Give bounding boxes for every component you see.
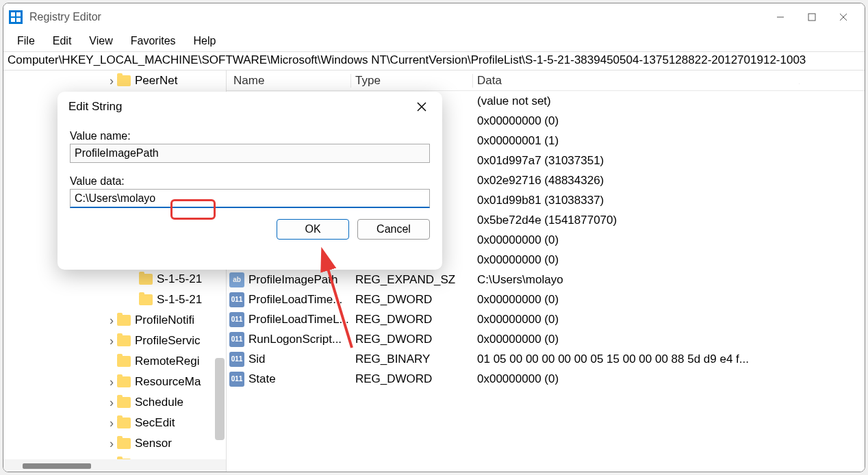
chevron-right-icon[interactable]: ›: [106, 334, 117, 348]
tree-item-label: SecEdit: [135, 416, 175, 430]
tree-scrollbar-vertical[interactable]: [215, 358, 225, 440]
dialog-titlebar: Edit String: [58, 92, 442, 122]
svg-rect-0: [11, 12, 15, 16]
value-type: REG_DWORD: [351, 293, 473, 307]
value-type: REG_EXPAND_SZ: [351, 273, 473, 287]
menu-edit[interactable]: Edit: [44, 32, 80, 50]
value-data: 0x01d99b81 (31038337): [473, 194, 865, 207]
folder-icon: [139, 274, 153, 285]
tree-item[interactable]: ›Sensor: [3, 433, 226, 454]
folder-icon: [117, 418, 131, 428]
value-row[interactable]: 011ProfileLoadTime...REG_DWORD0x00000000…: [227, 290, 865, 309]
tree-item[interactable]: S-1-5-21: [3, 290, 226, 310]
tree-item[interactable]: S-1-5-21: [3, 269, 226, 290]
minimize-button[interactable]: [765, 6, 796, 28]
maximize-button[interactable]: [796, 6, 828, 28]
tree-item[interactable]: ›ProfileServic: [3, 331, 226, 351]
svg-rect-1: [16, 12, 21, 16]
tree-item-label: Sensor: [135, 437, 172, 450]
column-type[interactable]: Type: [351, 74, 473, 88]
tree-item[interactable]: ›ResourceMa: [3, 372, 226, 392]
chevron-right-icon[interactable]: ›: [106, 416, 117, 431]
value-data: 0x00000000 (0): [473, 233, 865, 247]
ok-button[interactable]: OK: [277, 219, 349, 240]
value-name-input[interactable]: [70, 144, 430, 163]
value-row[interactable]: abProfileImagePathREG_EXPAND_SZC:\Users\…: [227, 270, 865, 290]
tree-item[interactable]: ›SecEdit: [3, 413, 226, 433]
tree-item-label: ProfileServic: [135, 334, 200, 348]
value-row[interactable]: 011RunLogonScript...REG_DWORD0x00000000 …: [227, 329, 865, 349]
value-data: C:\Users\molayo: [473, 273, 865, 287]
chevron-right-icon[interactable]: ›: [106, 313, 117, 328]
value-row[interactable]: 011StateREG_DWORD0x00000000 (0): [227, 369, 865, 389]
tree-item-label: S-1-5-21: [157, 293, 202, 307]
column-data[interactable]: Data: [473, 74, 865, 88]
value-type: REG_DWORD: [351, 372, 473, 386]
svg-rect-2: [11, 18, 15, 22]
value-data: 0x00000000 (0): [473, 372, 865, 386]
value-name: RunLogonScript...: [248, 333, 342, 346]
value-name: State: [248, 372, 276, 386]
value-name: ProfileImagePath: [248, 273, 337, 287]
value-name: Sid: [248, 352, 266, 366]
menu-file[interactable]: File: [9, 32, 43, 50]
value-data-input[interactable]: [70, 189, 430, 208]
chevron-right-icon[interactable]: ›: [106, 396, 117, 410]
tree-item[interactable]: ›Schedule: [3, 392, 226, 413]
folder-icon: [117, 376, 131, 387]
value-data: 0x02e92716 (48834326): [473, 174, 865, 188]
tree-scrollbar-horizontal-track[interactable]: [3, 459, 226, 472]
value-data: 0x00000001 (1): [473, 134, 865, 148]
chevron-right-icon[interactable]: ›: [106, 375, 117, 389]
value-data: 01 05 00 00 00 00 00 05 15 00 00 00 88 5…: [473, 352, 865, 366]
tree-scrollbar-horizontal-thumb[interactable]: [23, 463, 91, 469]
chevron-right-icon[interactable]: ›: [106, 74, 117, 88]
tree-item[interactable]: ›PeerNet: [3, 70, 226, 91]
folder-icon: [139, 294, 153, 305]
value-type: REG_BINARY: [351, 352, 473, 366]
folder-icon: [117, 315, 131, 326]
chevron-right-icon[interactable]: ›: [106, 437, 117, 451]
tree-item-label: ResourceMa: [135, 375, 201, 389]
binary-value-icon: 011: [229, 312, 244, 327]
folder-icon: [117, 335, 131, 346]
value-data: (value not set): [473, 94, 865, 108]
window-controls: [765, 6, 859, 28]
binary-value-icon: 011: [229, 352, 244, 367]
column-name[interactable]: Name: [227, 74, 351, 88]
dialog-close-button[interactable]: [412, 97, 431, 116]
value-data-label: Value data:: [70, 175, 430, 188]
menu-favorites[interactable]: Favorites: [123, 32, 184, 50]
value-data: 0x00000000 (0): [473, 333, 865, 346]
dialog-title-text: Edit String: [68, 100, 122, 114]
tree-item[interactable]: ›ProfileNotifi: [3, 310, 226, 331]
edit-string-dialog: Edit String Value name: Value data: OK C…: [58, 92, 442, 270]
menu-view[interactable]: View: [81, 32, 120, 50]
string-value-icon: ab: [229, 272, 244, 287]
values-header: Name Type Data: [227, 70, 865, 91]
binary-value-icon: 011: [229, 292, 244, 307]
value-row[interactable]: 011ProfileLoadTimeL...REG_DWORD0x0000000…: [227, 309, 865, 329]
tree-item-label: RemoteRegi: [135, 355, 200, 368]
cancel-button[interactable]: Cancel: [357, 219, 430, 240]
value-name: ProfileLoadTimeL...: [248, 313, 349, 326]
folder-icon: [117, 438, 131, 449]
binary-value-icon: 011: [229, 372, 244, 387]
svg-rect-5: [808, 14, 815, 21]
tree-item-label: Schedule: [135, 396, 183, 409]
value-row[interactable]: 011SidREG_BINARY01 05 00 00 00 00 00 05 …: [227, 349, 865, 369]
binary-value-icon: 011: [229, 332, 244, 347]
tree-item[interactable]: RemoteRegi: [3, 351, 226, 372]
menu-help[interactable]: Help: [186, 32, 225, 50]
tree-item[interactable]: ›setup: [3, 454, 226, 459]
value-type: REG_DWORD: [351, 333, 473, 346]
value-name: ProfileLoadTime...: [248, 293, 342, 307]
tree-item-label: ProfileNotifi: [135, 313, 194, 327]
folder-icon: [117, 356, 131, 367]
titlebar: Registry Editor: [3, 3, 865, 31]
close-button[interactable]: [828, 6, 859, 28]
value-data: 0x00000000 (0): [473, 313, 865, 326]
address-bar[interactable]: Computer\HKEY_LOCAL_MACHINE\SOFTWARE\Mic…: [3, 51, 865, 70]
value-data: 0x01d997a7 (31037351): [473, 154, 865, 168]
regedit-icon: [9, 10, 23, 24]
